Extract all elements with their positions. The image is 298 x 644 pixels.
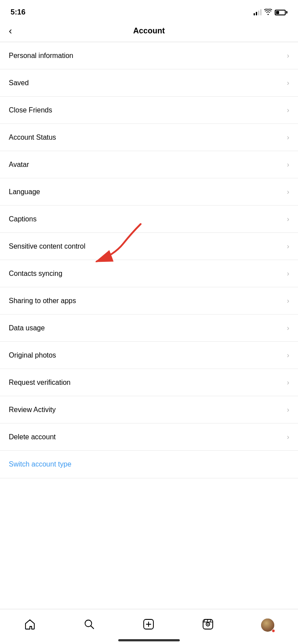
menu-item-request-verification[interactable]: Request verification › (0, 369, 298, 396)
chevron-right-icon: › (287, 79, 289, 87)
menu-item-language[interactable]: Language › (0, 178, 298, 206)
page-title: Account (133, 26, 165, 36)
chevron-right-icon: › (287, 433, 289, 441)
chevron-right-icon: › (287, 297, 289, 305)
menu-item-label: Language (9, 188, 40, 196)
svg-line-12 (210, 619, 211, 622)
menu-item-saved[interactable]: Saved › (0, 69, 298, 97)
menu-item-review-activity[interactable]: Review Activity › (0, 396, 298, 423)
search-icon (83, 618, 95, 632)
menu-list: Personal information › Saved › Close Fri… (0, 42, 298, 451)
chevron-right-icon: › (287, 188, 289, 196)
menu-item-label: Sensitive content control (9, 242, 85, 250)
home-indicator (118, 639, 180, 641)
menu-item-contacts-syncing[interactable]: Contacts syncing › (0, 260, 298, 287)
create-icon (142, 618, 155, 632)
svg-point-8 (207, 623, 209, 625)
menu-item-account-status[interactable]: Account Status › (0, 124, 298, 151)
nav-search[interactable] (83, 618, 95, 632)
menu-item-data-usage[interactable]: Data usage › (0, 315, 298, 342)
nav-create[interactable] (142, 618, 155, 632)
menu-item-sensitive-content-control[interactable]: Sensitive content control › (0, 233, 298, 260)
nav-reels[interactable] (202, 618, 214, 632)
menu-item-close-friends[interactable]: Close Friends › (0, 97, 298, 124)
wifi-icon (264, 9, 272, 16)
menu-item-label: Close Friends (9, 106, 52, 114)
menu-item-label: Avatar (9, 161, 29, 169)
chevron-right-icon: › (287, 106, 289, 114)
chevron-right-icon: › (287, 215, 289, 223)
chevron-right-icon: › (287, 379, 289, 387)
status-time: 5:16 (11, 8, 25, 17)
menu-item-label: Saved (9, 79, 29, 87)
menu-item-label: Captions (9, 215, 36, 223)
svg-line-2 (91, 626, 94, 629)
chevron-right-icon: › (287, 242, 289, 250)
back-button[interactable]: ‹ (9, 25, 12, 37)
chevron-right-icon: › (287, 270, 289, 278)
chevron-right-icon: › (287, 351, 289, 359)
chevron-right-icon: › (287, 134, 289, 141)
menu-item-label: Request verification (9, 379, 71, 387)
reels-icon (202, 618, 214, 632)
signal-icon (254, 9, 262, 15)
chevron-right-icon: › (287, 52, 289, 60)
menu-item-label: Review Activity (9, 406, 56, 414)
menu-item-label: Data usage (9, 324, 45, 332)
menu-item-original-photos[interactable]: Original photos › (0, 342, 298, 369)
menu-item-personal-information[interactable]: Personal information › (0, 42, 298, 69)
chevron-right-icon: › (287, 324, 289, 332)
menu-item-label: Personal information (9, 52, 73, 60)
nav-profile[interactable] (261, 619, 274, 632)
menu-item-label: Contacts syncing (9, 270, 62, 278)
battery-icon (275, 10, 287, 15)
svg-line-11 (207, 619, 208, 622)
chevron-right-icon: › (287, 161, 289, 169)
switch-account-label: Switch account type (9, 460, 71, 468)
nav-home[interactable] (24, 618, 36, 632)
bottom-nav (0, 609, 298, 644)
switch-account-type[interactable]: Switch account type (0, 451, 298, 478)
page-header: ‹ Account (0, 22, 298, 42)
menu-item-captions[interactable]: Captions › (0, 206, 298, 233)
menu-item-delete-account[interactable]: Delete account › (0, 423, 298, 451)
home-icon (24, 618, 36, 632)
content-area: Personal information › Saved › Close Fri… (0, 42, 298, 514)
menu-item-label: Sharing to other apps (9, 297, 76, 305)
menu-item-avatar[interactable]: Avatar › (0, 151, 298, 178)
menu-item-label: Account Status (9, 134, 56, 141)
menu-item-label: Delete account (9, 433, 56, 441)
menu-item-label: Original photos (9, 351, 56, 359)
menu-item-sharing-to-other-apps[interactable]: Sharing to other apps › (0, 287, 298, 315)
status-icons (254, 9, 287, 16)
chevron-right-icon: › (287, 406, 289, 414)
notification-dot (272, 629, 275, 633)
status-bar: 5:16 (0, 0, 298, 22)
